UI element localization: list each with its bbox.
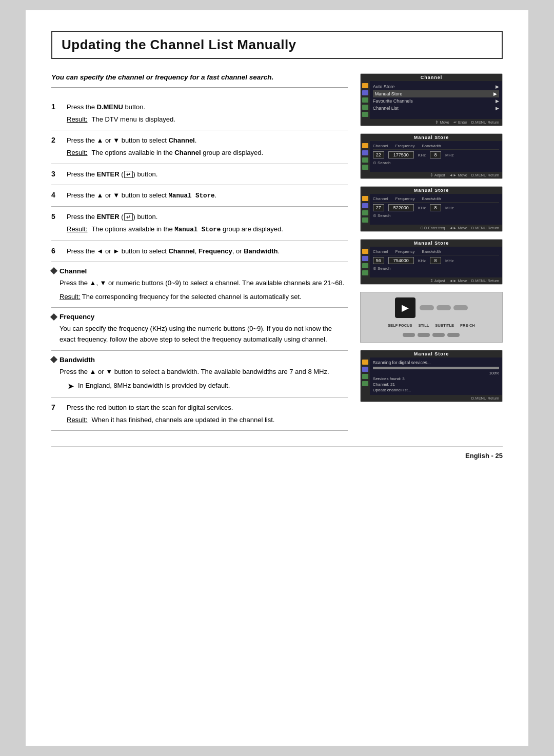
progress-bar-outer <box>373 367 499 369</box>
step-6-content: Press the ◄ or ► button to select Channe… <box>67 246 348 256</box>
remote-btn-2[interactable] <box>437 305 451 310</box>
bandwidth-note: ➤ In England, 8MHz bandwidth is provided… <box>60 381 348 392</box>
step-4: 4 Press the ▲ or ▼ button to select Manu… <box>51 185 348 207</box>
manual-store-arrow: ▶ <box>493 91 497 96</box>
fav-channels-arrow: ▶ <box>496 98 499 104</box>
bullet-bandwidth-label: Bandwidth <box>60 356 95 364</box>
tv-screen-1: Channel Auto Store ▶ <box>360 73 503 126</box>
remote-btn-1[interactable] <box>420 305 434 310</box>
step-2-num: 2 <box>51 136 60 158</box>
s6-icon-2 <box>362 367 368 372</box>
step-6-num: 6 <box>51 247 60 256</box>
s3-search: ⊙ Search <box>373 213 499 218</box>
remote-btn-3[interactable] <box>453 305 468 310</box>
menu-fav-channels: Favourite Channels ▶ <box>373 97 499 105</box>
tv-screen-1-icons <box>361 81 370 119</box>
icon-green-2 <box>362 105 368 110</box>
step-6-channel-bold: Channel <box>168 247 194 255</box>
s2-ch-header: Channel <box>373 144 388 148</box>
right-column: Channel Auto Store ▶ <box>360 73 503 431</box>
channel-info: Channel: 21 <box>373 382 499 387</box>
bullet-frequency-title: Frequency <box>51 313 348 321</box>
s4-move: ◄► Move <box>449 278 467 283</box>
step-1-result-text: The DTV menu is displayed. <box>91 114 175 125</box>
update-channel-text: Update channel list... <box>373 388 499 392</box>
s2-col-headers: Channel Frequency Bandwidth <box>373 144 499 150</box>
tv-screen-1-header: Channel <box>361 74 502 81</box>
step-7-result: Result: When it has finished, channels a… <box>67 415 348 425</box>
fav-channels-label: Favourite Channels <box>373 98 413 104</box>
s3-data-row: 27 522000 KHz 8 MHz <box>373 204 499 211</box>
auto-store-label: Auto Store <box>373 84 395 89</box>
tv-screen-4-body: Channel Frequency Bandwidth 56 754000 KH… <box>361 247 502 277</box>
s4-freq-header: Frequency <box>395 249 415 254</box>
s3-move: ◄► Move <box>449 226 467 230</box>
enter-symbol-3: ↵ <box>124 171 133 178</box>
tv-screen-2-content: Channel Frequency Bandwidth 22 177500 KH… <box>370 141 502 172</box>
s4-return: D.MENU Return <box>471 278 499 283</box>
step-3: 3 Press the ENTER (↵) button. <box>51 164 348 185</box>
s3-ch-header: Channel <box>373 196 388 201</box>
bullet-channel-result-label: Result: <box>60 293 80 301</box>
services-found: Services found: 3 <box>373 376 499 381</box>
step-3-bold: ENTER <box>97 170 120 178</box>
intro-text: You can specify the channel or frequency… <box>51 73 348 88</box>
s6-icon-1 <box>362 360 368 365</box>
s3-freq-header: Frequency <box>395 196 415 201</box>
remote-bottom-btn-1[interactable] <box>403 333 415 337</box>
diamond-bandwidth-icon <box>50 356 57 363</box>
step-5-result-label: Result: <box>67 224 87 235</box>
remote-bottom-btn-3[interactable] <box>432 333 445 337</box>
bullet-bandwidth-body: Press the ▲ or ▼ button to select a band… <box>51 367 348 392</box>
bullet-frequency-body: You can specify the frequency (KHz) usin… <box>51 324 348 345</box>
s3-enter-freq: ⊙⊙ Enter freq <box>420 226 445 230</box>
scanning-text: Scanning for digital services... <box>373 360 499 365</box>
arrow-icon: ➤ <box>68 381 74 392</box>
s2-data-row: 22 177500 KHz 8 MHz <box>373 151 499 158</box>
step-1-content: Press the D.MENU button. Result: The DTV… <box>67 102 348 125</box>
step-6-freq-bold: Frequency <box>199 247 232 255</box>
page-footer: English - 25 <box>51 446 503 460</box>
bullet-channel-title: Channel <box>51 267 348 275</box>
step-4-content: Press the ▲ or ▼ button to select Manual… <box>67 190 348 201</box>
manual-store-code-4: Manual Store <box>168 192 214 200</box>
tv-screen-6-content: Scanning for digital services... 100% Se… <box>370 357 502 395</box>
remote-labels-row: SELF FOCUS STILL SUBTITLE PRE-CH <box>388 323 475 328</box>
bullet-bandwidth-title: Bandwidth <box>51 356 348 364</box>
tv-screen-1-body: Auto Store ▶ Manual Store ▶ Favourite Ch… <box>361 81 502 119</box>
step-7-content: Press the red button to start the scan f… <box>67 403 348 425</box>
step-2: 2 Press the ▲ or ▼ button to select Chan… <box>51 130 348 164</box>
remote-bottom-btn-2[interactable] <box>418 333 430 337</box>
footer-move: ⇕ Move <box>435 120 449 125</box>
tv-screen-1-footer: ⇕ Move ↵ Enter D.MENU Return <box>361 119 502 126</box>
step-6: 6 Press the ◄ or ► button to select Chan… <box>51 241 348 262</box>
s4-khz: KHz <box>418 258 426 263</box>
s3-icon-3 <box>362 210 368 215</box>
step-1-bold: D.MENU <box>97 103 123 111</box>
step-7-result-label: Result: <box>67 415 87 425</box>
step-5-result: Result: The options available in the Man… <box>67 224 348 235</box>
s2-freq-header: Frequency <box>395 144 415 148</box>
remote-bottom-btn-4[interactable] <box>447 333 460 337</box>
step-7: 7 Press the red button to start the scan… <box>51 397 348 431</box>
s3-bw-val: 8 <box>430 204 441 211</box>
s6-icon-4 <box>362 381 368 386</box>
step-5-result-text: The options available in the Manual Stor… <box>91 224 283 235</box>
remote-label-self-focus: SELF FOCUS <box>388 323 412 328</box>
tv-screen-2-footer: ⇕ Adjust ◄► Move D.MENU Return <box>361 172 502 178</box>
menu-auto-store: Auto Store ▶ <box>373 83 499 90</box>
s3-icon-4 <box>362 217 368 223</box>
s2-mhz: MHz <box>445 153 453 157</box>
remote-label-subtitle: SUBTITLE <box>435 323 454 328</box>
remote-play-button[interactable]: ▶ <box>395 297 416 318</box>
step-5-ms-bold: Manual Store <box>174 225 221 233</box>
s3-icon-2 <box>362 203 368 208</box>
bullet-channel-body: Press the ▲, ▼ or numeric buttons (0~9) … <box>51 278 348 303</box>
tv-screen-3-header: Manual Store <box>361 187 502 194</box>
bullet-channel-text: Press the ▲, ▼ or numeric buttons (0~9) … <box>60 278 348 289</box>
remote-bottom-buttons <box>403 333 460 337</box>
s4-data-row: 56 754000 KHz 8 MHz <box>373 257 499 264</box>
bullet-frequency-text: You can specify the frequency (KHz) usin… <box>60 324 348 345</box>
s4-mhz: MHz <box>445 258 453 263</box>
s3-khz: KHz <box>418 206 426 210</box>
